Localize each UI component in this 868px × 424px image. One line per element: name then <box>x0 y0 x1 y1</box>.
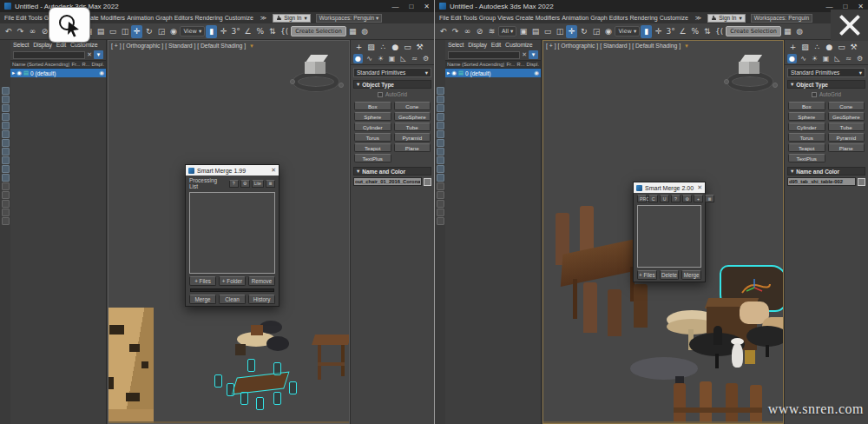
explorer-tool-icon[interactable] <box>2 182 10 190</box>
explorer-tool-icon[interactable] <box>2 139 10 147</box>
furniture-white-vase[interactable] <box>729 338 746 374</box>
angle-snap-icon[interactable]: ∠ <box>677 25 688 38</box>
workspaces-dropdown[interactable]: Workspaces: Penguin ▾ <box>316 14 383 23</box>
snaps-toggle-icon[interactable]: 3° <box>665 25 676 38</box>
primitive-button[interactable]: Tube <box>828 123 865 131</box>
furniture-selected-dining-set[interactable] <box>211 350 306 420</box>
primitive-button[interactable]: Box <box>354 102 391 110</box>
select-and-link-icon[interactable]: ∞ <box>462 25 473 38</box>
processing-list-box[interactable] <box>189 192 275 274</box>
furniture-wood-cabinet[interactable] <box>108 308 154 424</box>
explorer-tool-icon[interactable] <box>2 174 10 182</box>
eye-icon[interactable]: ◉ <box>451 70 457 76</box>
primitive-button[interactable]: Sphere <box>354 112 391 121</box>
display-tab-icon[interactable]: ▭ <box>403 42 412 51</box>
select-and-move-icon[interactable]: ✛ <box>131 25 142 38</box>
geometry-type-icon[interactable]: ● <box>787 54 797 63</box>
filter-icon[interactable]: ▼ <box>94 50 103 59</box>
menu-button[interactable]: ≣ <box>266 180 275 188</box>
menu-item[interactable]: Graph Editors <box>155 15 194 21</box>
menu-item[interactable]: Edit <box>15 15 27 21</box>
lights-type-icon[interactable]: ☀ <box>810 54 819 63</box>
expand-icon[interactable]: ▸ <box>447 70 450 76</box>
edit-named-selections-icon[interactable]: {( <box>713 25 725 38</box>
cameras-type-icon[interactable]: ▣ <box>387 54 397 63</box>
viewport-label[interactable]: [ + ] [ Orthographic ] [ Standard ] [ De… <box>111 43 254 49</box>
category-dropdown[interactable]: Standard Primitives ▾ <box>787 68 865 77</box>
object-type-rollout[interactable]: ▾ Object Type <box>787 80 865 89</box>
eye-icon[interactable]: ◉ <box>16 70 22 76</box>
explorer-tool-icon[interactable] <box>437 96 444 103</box>
menu-item[interactable]: Tools <box>462 15 477 21</box>
primitive-button[interactable]: Cone <box>828 102 865 110</box>
coordinate-system-dropdown[interactable]: View ▾ <box>180 26 205 36</box>
geometry-type-icon[interactable]: ● <box>353 54 363 63</box>
display-eye-icon[interactable]: ◉ <box>99 70 104 76</box>
container-icon[interactable]: ▦ <box>782 25 793 38</box>
explorer-tool-icon[interactable] <box>437 174 444 182</box>
primitive-button[interactable]: Cylinder <box>354 123 391 131</box>
dialog-button[interactable]: Remove <box>248 276 275 286</box>
menu-item[interactable]: Graph Editors <box>589 15 628 21</box>
primitive-button[interactable]: Pyramid <box>394 133 431 142</box>
explorer-menu-item[interactable]: Edit <box>491 42 501 48</box>
explorer-menu-item[interactable]: Edit <box>56 42 66 48</box>
modify-tab-icon[interactable]: ▨ <box>800 42 810 51</box>
explorer-tool-icon[interactable] <box>437 130 444 138</box>
explorer-column-header[interactable]: R... <box>82 62 89 67</box>
explorer-column-header[interactable]: Displ. <box>92 62 105 67</box>
furniture-grey-coffee-table[interactable] <box>630 357 698 380</box>
systems-type-icon[interactable]: ⚙ <box>421 54 431 63</box>
snaps-toggle-icon[interactable]: 3° <box>230 25 241 38</box>
explorer-search-input[interactable] <box>13 51 85 59</box>
primitive-button[interactable]: Teapot <box>788 143 825 152</box>
minimize-button[interactable]: — <box>391 3 398 10</box>
autogrid-checkbox[interactable] <box>812 92 817 97</box>
select-and-move-icon[interactable]: ✛ <box>566 25 577 38</box>
explorer-column-header[interactable]: Fr... <box>506 62 515 67</box>
dialog-button[interactable]: + Files <box>189 276 216 286</box>
primitive-button[interactable]: TextPlus <box>788 154 825 162</box>
explorer-tool-icon[interactable] <box>437 113 444 121</box>
scene-object-row[interactable]: ▸ ◉ ▤ 0 (default) ◉ <box>10 69 106 77</box>
explorer-column-header[interactable]: Displ. <box>527 62 540 67</box>
explorer-tool-icon[interactable] <box>437 104 444 112</box>
add-button[interactable]: + <box>694 195 703 202</box>
menu-item[interactable]: Group <box>478 15 496 21</box>
window-crossing-icon[interactable]: ◫ <box>554 25 565 38</box>
explorer-tool-icon[interactable] <box>2 209 10 216</box>
select-and-link-icon[interactable]: ∞ <box>27 25 38 38</box>
render-setup-icon[interactable]: ◍ <box>359 25 371 38</box>
explorer-tool-icon[interactable] <box>2 165 10 173</box>
menu-item[interactable]: Views <box>496 15 515 21</box>
object-name-field[interactable] <box>787 177 856 186</box>
select-and-rotate-icon[interactable]: ↻ <box>578 25 589 38</box>
viewcube[interactable] <box>726 53 776 96</box>
explorer-column-header[interactable]: Name (Sorted Ascending) ▲ <box>12 62 69 67</box>
hierarchy-tab-icon[interactable]: ∴ <box>812 42 822 51</box>
menu-item[interactable]: Rendering <box>628 15 658 21</box>
hierarchy-tab-icon[interactable]: ∴ <box>378 42 388 51</box>
explorer-tool-icon[interactable] <box>437 156 444 164</box>
motion-tab-icon[interactable]: ● <box>825 42 834 51</box>
dialog-close-icon[interactable]: ✕ <box>697 184 702 191</box>
explorer-tool-icon[interactable] <box>2 191 10 199</box>
primitive-button[interactable]: TextPlus <box>354 154 391 162</box>
utilities-tab-icon[interactable]: ⚒ <box>849 42 858 51</box>
menu-button[interactable]: ≣ <box>705 195 714 202</box>
edit-named-selections-icon[interactable]: {( <box>279 25 290 38</box>
selection-filter-dropdown[interactable]: All ▾ <box>498 26 516 36</box>
viewport-left[interactable]: [ + ] [ Orthographic ] [ Standard ] [ De… <box>108 40 350 424</box>
use-pivot-center-icon[interactable]: ▮ <box>641 25 652 38</box>
use-pivot-center-icon[interactable]: ▮ <box>206 25 217 38</box>
viewport-right[interactable]: [ + ] [ Orthographic ] [ Standard ] [ De… <box>542 40 784 424</box>
undo-icon[interactable]: ↶ <box>437 25 449 38</box>
c-button[interactable]: C <box>648 195 658 202</box>
explorer-tool-icon[interactable] <box>2 122 10 129</box>
dialog-button[interactable]: + Folder <box>219 276 246 286</box>
selection-region-icon[interactable]: ▭ <box>107 25 118 38</box>
menu-item[interactable]: Animation <box>561 15 589 21</box>
menu-item[interactable]: Customize <box>224 15 254 21</box>
motion-tab-icon[interactable]: ● <box>391 42 400 51</box>
furniture-dark-bottle[interactable] <box>713 326 722 345</box>
